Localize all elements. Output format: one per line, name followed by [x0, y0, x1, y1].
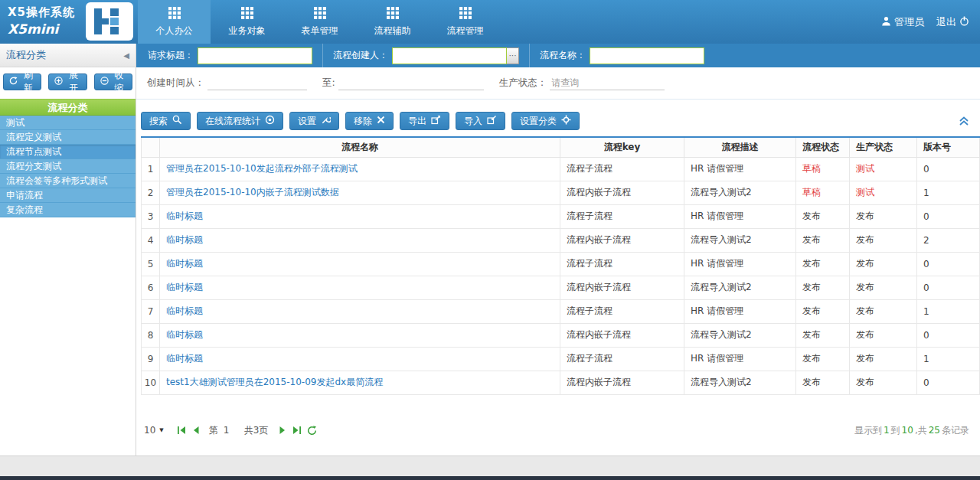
next-page-button[interactable] — [278, 426, 287, 435]
category-item[interactable]: 流程定义测试 — [0, 130, 136, 145]
cell-version: 1 — [917, 181, 980, 204]
online-stats-button[interactable]: 在线流程统计 — [197, 112, 283, 130]
row-index: 8 — [142, 323, 160, 347]
creator-picker-button[interactable]: ··· — [507, 47, 519, 64]
category-item[interactable]: 流程分支测试 — [0, 159, 136, 174]
sidebar-panel-title-label: 流程分类 — [6, 48, 46, 62]
prod-status-badge: 发布 — [856, 258, 874, 269]
user-menu[interactable]: 管理员 — [881, 15, 924, 29]
nav-tab[interactable]: 流程管理 — [429, 0, 501, 44]
cell-version: 1 — [917, 299, 980, 323]
created-from-input[interactable] — [207, 77, 307, 90]
cell-version: 0 — [917, 157, 980, 181]
cell-key: 流程子流程 — [560, 204, 684, 228]
flow-link[interactable]: 临时标题 — [166, 234, 203, 245]
flow-link[interactable]: 管理员在2015-10-10发起流程外部子流程测试 — [166, 163, 358, 174]
nav-tab[interactable]: 个人办公 — [138, 0, 211, 44]
close-icon — [377, 116, 385, 126]
request-title-input[interactable] — [198, 47, 312, 64]
row-index: 6 — [142, 276, 160, 299]
sidebar-collapse-icon[interactable]: ◀ — [123, 51, 129, 60]
page-size-select[interactable]: 10 ▼ — [144, 425, 164, 436]
cell-prod: 发布 — [850, 204, 917, 228]
flow-link[interactable]: 临时标题 — [166, 258, 203, 269]
collapse-button[interactable]: 收缩 — [94, 73, 132, 90]
expand-button[interactable]: 展开 — [48, 73, 87, 90]
table-row[interactable]: 9 临时标题 流程子流程 HR 请假管理 发布 发布 — [142, 347, 980, 371]
status-badge: 发布 — [802, 329, 821, 340]
set-category-button[interactable]: 设置分类 — [511, 112, 580, 130]
status-badge: 发布 — [802, 234, 821, 245]
cell-prod: 发布 — [850, 276, 917, 299]
cell-version: 0 — [917, 252, 980, 276]
cell-key: 流程子流程 — [560, 252, 684, 276]
search-icon — [172, 115, 182, 127]
last-page-button[interactable] — [292, 426, 302, 435]
table-row[interactable]: 1 管理员在2015-10-10发起流程外部子流程测试 流程子流程 HR 请假管… — [142, 157, 980, 181]
category-tree: 测试 流程定义测试 流程节点测试 流程分支测试 流程会签等多种形式测试 申请流程… — [0, 116, 136, 217]
page-number-input[interactable]: 1 — [224, 425, 239, 436]
flow-name-input[interactable] — [590, 47, 704, 64]
creator-input[interactable] — [392, 47, 507, 64]
prod-status-input[interactable] — [550, 77, 665, 90]
table-row[interactable]: 6 临时标题 流程内嵌子流程 流程导入测试2 发布 发布 — [142, 276, 980, 299]
flow-link[interactable]: 临时标题 — [166, 353, 203, 364]
search-strip: 请求标题： 流程创建人： ··· 流程名称： — [136, 44, 980, 67]
reload-icon[interactable] — [307, 426, 317, 436]
table-row[interactable]: 5 临时标题 流程子流程 HR 请假管理 发布 发布 — [142, 252, 980, 276]
row-index: 3 — [142, 204, 160, 228]
cell-version: 0 — [917, 204, 980, 228]
table-row[interactable]: 4 临时标题 流程内嵌子流程 流程导入测试2 发布 发布 — [142, 228, 980, 252]
toolbar: 搜索 在线流程统计 设置 — [136, 100, 980, 130]
import-button[interactable]: 导入 — [456, 112, 505, 130]
search-button[interactable]: 搜索 — [141, 112, 191, 130]
prev-page-button[interactable] — [191, 426, 201, 435]
sidebar-panel-title: 流程分类 ◀ — [0, 44, 136, 67]
category-item[interactable]: 测试 — [0, 116, 136, 130]
settings-label: 设置 — [298, 115, 316, 128]
flow-link[interactable]: 临时标题 — [166, 211, 203, 221]
cell-version: 1 — [917, 347, 980, 371]
cell-prod: 测试 — [850, 157, 917, 181]
logout-button[interactable]: 退出 — [936, 15, 969, 29]
category-item[interactable]: 流程节点测试 — [0, 145, 136, 159]
cell-prod: 发布 — [850, 371, 917, 394]
column-header-prod: 生产状态 — [850, 137, 917, 157]
row-index: 5 — [142, 252, 160, 276]
table-row[interactable]: 2 管理员在2015-10-10内嵌子流程测试数据 流程内嵌子流程 流程导入测试… — [142, 181, 980, 204]
prod-status-badge: 发布 — [856, 329, 874, 340]
app-title: X5操作系统 — [8, 5, 75, 20]
export-label: 导出 — [408, 115, 426, 128]
category-item[interactable]: 流程会签等多种形式测试 — [0, 174, 136, 188]
nav-tab[interactable]: 业务对象 — [211, 0, 283, 44]
flow-link[interactable]: test1大雄测试管理员在2015-10-09发起dx最简流程 — [166, 377, 383, 387]
settings-button[interactable]: 设置 — [289, 112, 339, 130]
table-row[interactable]: 10 test1大雄测试管理员在2015-10-09发起dx最简流程 流程内嵌子… — [142, 371, 980, 394]
column-header-status: 流程状态 — [796, 137, 850, 157]
page-size-value: 10 — [144, 425, 155, 436]
table-row[interactable]: 3 临时标题 流程子流程 HR 请假管理 发布 发布 — [142, 204, 980, 228]
cell-name: 临时标题 — [160, 204, 560, 228]
panel-collapse-icon[interactable] — [959, 116, 969, 126]
category-item[interactable]: 申请流程 — [0, 188, 136, 203]
flow-link[interactable]: 临时标题 — [166, 305, 203, 316]
flow-link[interactable]: 管理员在2015-10-10内嵌子流程测试数据 — [166, 187, 339, 198]
refresh-button[interactable]: 刷新 — [3, 73, 41, 90]
export-button[interactable]: 导出 — [400, 112, 449, 130]
search-button-label: 搜索 — [149, 115, 168, 128]
nav-tab[interactable]: 流程辅助 — [356, 0, 429, 44]
remove-button[interactable]: 移除 — [345, 112, 394, 130]
nav-tab-label: 业务对象 — [229, 24, 266, 38]
table-row[interactable]: 7 临时标题 流程子流程 HR 请假管理 发布 发布 — [142, 299, 980, 323]
row-index: 2 — [142, 181, 160, 204]
table-row[interactable]: 8 临时标题 流程内嵌子流程 流程导入测试2 发布 发布 — [142, 323, 980, 347]
nav-tab[interactable]: 表单管理 — [283, 0, 356, 44]
flow-link[interactable]: 临时标题 — [166, 329, 203, 340]
category-item[interactable]: 复杂流程 — [0, 203, 136, 217]
cell-status: 发布 — [796, 299, 850, 323]
created-to-input[interactable] — [338, 77, 484, 90]
first-page-button[interactable] — [177, 426, 186, 435]
import-label: 导入 — [464, 115, 482, 128]
cell-version: 2 — [917, 228, 980, 252]
flow-link[interactable]: 临时标题 — [166, 282, 203, 292]
